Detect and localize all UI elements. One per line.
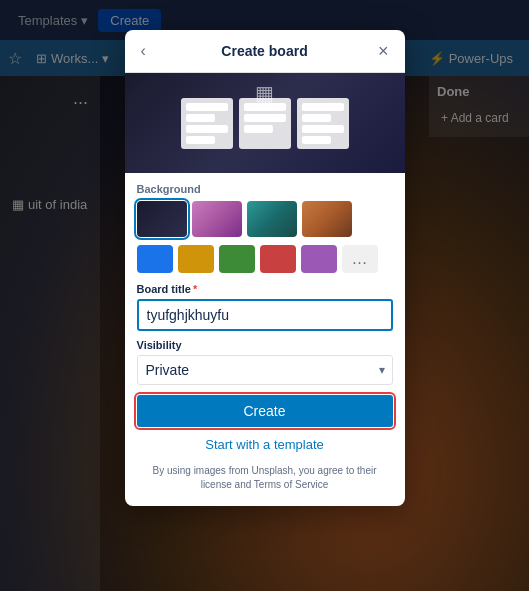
modal-header: ‹ Create board × [125, 30, 405, 73]
color-swatch-green[interactable] [219, 245, 255, 273]
preview-card [302, 103, 344, 111]
required-indicator: * [193, 283, 197, 295]
board-title-input[interactable] [137, 299, 393, 331]
preview-card [186, 125, 228, 133]
template-link[interactable]: Start with a template [137, 433, 393, 456]
preview-card [302, 114, 331, 122]
background-section-label: Background [137, 183, 393, 195]
visibility-select[interactable]: Private Workspace Public [137, 355, 393, 385]
create-board-button[interactable]: Create [137, 395, 393, 427]
modal-close-button[interactable]: × [374, 38, 393, 64]
preview-card [302, 125, 344, 133]
preview-card [244, 114, 286, 122]
bg-swatch-pink-mountains[interactable] [192, 201, 242, 237]
more-colors-button[interactable]: … [342, 245, 378, 273]
preview-card [186, 114, 215, 122]
preview-card [186, 103, 228, 111]
bg-swatch-dark-abstract[interactable] [137, 201, 187, 237]
visibility-label: Visibility [137, 339, 393, 351]
board-title-label: Board title * [137, 283, 393, 295]
color-swatch-red[interactable] [260, 245, 296, 273]
legal-text: By using images from Unsplash, you agree… [137, 464, 393, 496]
modal-back-button[interactable]: ‹ [137, 38, 150, 64]
preview-list-3 [297, 98, 349, 149]
board-preview: ▦ [125, 73, 405, 173]
color-swatch-purple[interactable] [301, 245, 337, 273]
modal-overlay: ‹ Create board × ▦ [0, 0, 529, 591]
create-board-modal: ‹ Create board × ▦ [125, 30, 405, 506]
preview-card [302, 136, 331, 144]
background-image-options [137, 201, 393, 237]
color-swatch-orange[interactable] [178, 245, 214, 273]
preview-card [186, 136, 215, 144]
visibility-wrapper: Private Workspace Public ▾ [137, 355, 393, 385]
color-swatch-options: … [137, 245, 393, 273]
modal-body: Background … Board title [125, 173, 405, 506]
trello-logo-icon: ▦ [255, 81, 274, 105]
bg-swatch-teal-mountains[interactable] [247, 201, 297, 237]
preview-list-1 [181, 98, 233, 149]
bg-swatch-desert-mountains[interactable] [302, 201, 352, 237]
color-swatch-blue[interactable] [137, 245, 173, 273]
preview-list-2 [239, 98, 291, 149]
preview-card [244, 125, 273, 133]
modal-title: Create board [221, 43, 307, 59]
